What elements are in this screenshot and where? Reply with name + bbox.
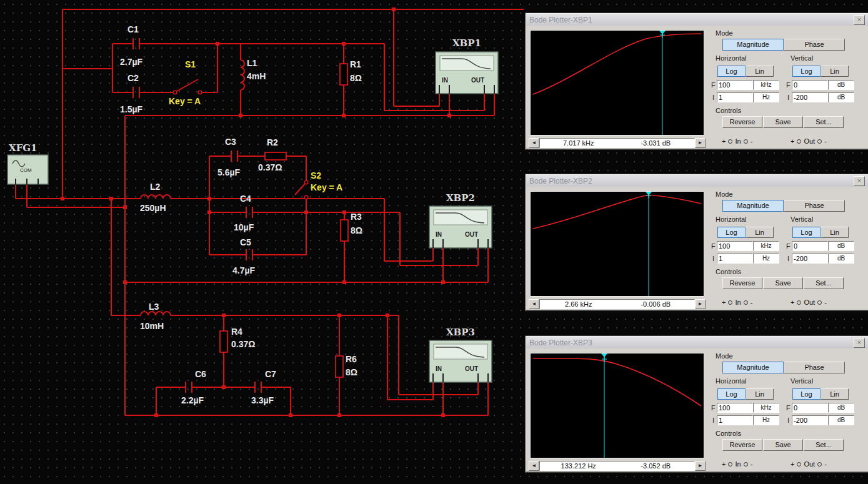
out-plus-terminal[interactable] (797, 300, 801, 305)
bode-plot-display[interactable] (530, 191, 704, 297)
cursor-handle-icon[interactable] (659, 31, 666, 34)
resistor-r6[interactable] (336, 356, 343, 377)
vertical-lin-button[interactable]: Lin (821, 227, 849, 238)
vertical-lin-button[interactable]: Lin (821, 66, 849, 77)
resistor-r3[interactable] (341, 220, 348, 241)
reverse-button[interactable]: Reverse (722, 439, 762, 451)
icon-in-label: IN (436, 231, 442, 238)
horizontal-i-input[interactable] (717, 415, 753, 425)
horizontal-lin-button[interactable]: Lin (746, 227, 774, 238)
multisim-workspace[interactable]: { "circuit": { "components": [ {"ref": "… (0, 0, 868, 484)
vertical-f-input[interactable] (792, 241, 828, 251)
vertical-log-button[interactable]: Log (792, 388, 821, 400)
horizontal-log-button[interactable]: Log (717, 388, 746, 400)
cursor-right-button[interactable]: ► (695, 461, 706, 471)
vertical-i-input[interactable] (792, 415, 828, 425)
capacitor-c3[interactable] (231, 151, 237, 162)
component-ref-c4: C4 (240, 194, 251, 204)
capacitor-c7[interactable] (255, 382, 261, 393)
horizontal-log-button[interactable]: Log (717, 66, 746, 77)
close-icon[interactable]: × (854, 176, 865, 186)
vertical-log-button[interactable]: Log (792, 66, 821, 77)
close-icon[interactable]: × (854, 15, 865, 25)
component-value-r3: 8Ω (351, 225, 362, 235)
in-plus-label: + (722, 460, 726, 468)
set-button[interactable]: Set... (804, 277, 844, 289)
vertical-log-button[interactable]: Log (792, 227, 821, 238)
reverse-button[interactable]: Reverse (722, 277, 762, 289)
cursor-left-button[interactable]: ◄ (529, 461, 539, 471)
window-titlebar[interactable]: Bode Plotter-XBP1 × (526, 14, 868, 26)
in-plus-terminal[interactable] (728, 139, 732, 144)
component-ref-c3: C3 (225, 137, 236, 147)
vertical-i-input[interactable] (792, 92, 828, 102)
save-button[interactable]: Save (763, 277, 803, 289)
bode-plotter-icon-xbp3[interactable]: IN OUT (429, 340, 492, 382)
magnitude-button[interactable]: Magnitude (722, 200, 784, 212)
horizontal-f-input[interactable] (717, 80, 753, 90)
inductor-l1[interactable] (241, 60, 244, 90)
horizontal-lin-button[interactable]: Lin (746, 66, 774, 77)
in-minus-terminal[interactable] (744, 462, 748, 467)
out-minus-terminal[interactable] (817, 462, 822, 467)
cursor-right-button[interactable]: ► (695, 138, 706, 148)
component-value-c1: 2.7µF (120, 57, 143, 67)
capacitor-c5[interactable] (246, 249, 252, 260)
cursor-handle-icon[interactable] (601, 353, 607, 357)
capacitor-c4[interactable] (246, 207, 252, 218)
close-icon[interactable]: × (854, 338, 865, 348)
in-minus-terminal[interactable] (744, 139, 748, 144)
phase-button[interactable]: Phase (784, 362, 845, 373)
in-plus-terminal[interactable] (728, 462, 732, 467)
horizontal-i-label: I (712, 94, 714, 101)
capacitor-c6[interactable] (186, 382, 192, 393)
out-minus-terminal[interactable] (817, 300, 822, 305)
bode-plot-display[interactable] (530, 30, 704, 136)
bode-plot-display[interactable] (530, 353, 704, 458)
phase-button[interactable]: Phase (784, 39, 845, 51)
out-plus-terminal[interactable] (797, 462, 801, 467)
inductor-l2[interactable] (141, 195, 171, 199)
bode-plotter-icon-xbp2[interactable]: IN OUT (429, 206, 492, 248)
reverse-button[interactable]: Reverse (722, 116, 762, 128)
resistor-r1[interactable] (340, 64, 347, 85)
cursor-gain-value: -3.052 dB (617, 462, 695, 470)
phase-button[interactable]: Phase (784, 200, 845, 212)
inductor-l3[interactable] (141, 312, 171, 315)
bode-plotter-icon-xbp1[interactable]: IN OUT (436, 52, 498, 94)
magnitude-button[interactable]: Magnitude (722, 362, 784, 373)
switch-s2[interactable] (295, 180, 308, 199)
magnitude-button[interactable]: Magnitude (722, 39, 784, 51)
switch-s1[interactable] (173, 79, 202, 94)
save-button[interactable]: Save (763, 439, 803, 451)
horizontal-lin-button[interactable]: Lin (746, 388, 774, 400)
vertical-f-input[interactable] (792, 403, 828, 413)
horizontal-f-input[interactable] (717, 403, 753, 413)
out-plus-terminal[interactable] (797, 139, 801, 144)
in-plus-terminal[interactable] (728, 300, 732, 305)
capacitor-c2[interactable] (133, 87, 139, 98)
vertical-f-input[interactable] (792, 80, 828, 90)
window-titlebar[interactable]: Bode Plotter-XBP3 × (526, 337, 868, 348)
capacitor-c1[interactable] (133, 38, 139, 49)
set-button[interactable]: Set... (804, 439, 844, 451)
in-minus-terminal[interactable] (744, 300, 748, 305)
instrument-title-xfg1: XFG1 (9, 142, 37, 154)
out-minus-terminal[interactable] (817, 139, 822, 144)
resistor-r2[interactable] (265, 152, 286, 160)
function-generator-icon-xfg1[interactable]: COM (7, 155, 48, 185)
cursor-left-button[interactable]: ◄ (529, 138, 539, 148)
set-button[interactable]: Set... (804, 116, 844, 128)
vertical-i-input[interactable] (792, 254, 828, 264)
cursor-left-button[interactable]: ◄ (529, 299, 539, 309)
window-titlebar[interactable]: Bode Plotter-XBP2 × (526, 175, 868, 187)
resistor-r4[interactable] (220, 331, 227, 352)
cursor-right-button[interactable]: ► (695, 299, 706, 309)
component-ref-c1: C1 (127, 24, 139, 34)
horizontal-i-input[interactable] (717, 254, 753, 264)
horizontal-log-button[interactable]: Log (717, 227, 746, 238)
horizontal-i-input[interactable] (717, 92, 753, 102)
save-button[interactable]: Save (763, 116, 803, 128)
vertical-lin-button[interactable]: Lin (821, 388, 849, 400)
horizontal-f-input[interactable] (717, 241, 753, 251)
